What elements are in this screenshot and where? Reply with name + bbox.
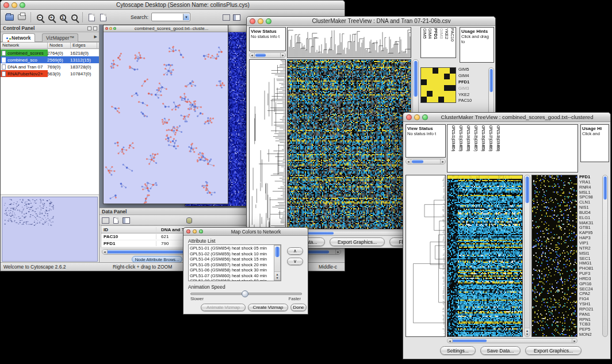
view-status-scrollbar[interactable]: ◄ ► xyxy=(406,159,446,164)
row-label[interactable]: GIM4 xyxy=(458,74,483,78)
scroll-down-icon[interactable]: ▼ xyxy=(526,332,529,336)
scroll-left-icon[interactable]: ◄ xyxy=(250,53,255,58)
row-label[interactable]: PFD1 xyxy=(458,80,483,85)
gene-label[interactable]: HRD3 xyxy=(579,277,601,281)
gene-label[interactable]: HAP3 xyxy=(579,236,601,240)
close-panel-icon[interactable] xyxy=(93,26,97,30)
gene-label[interactable]: ELG1 xyxy=(579,216,601,220)
scroll-down-icon[interactable]: ▼ xyxy=(276,276,279,279)
column-label[interactable]: GPL51-07 (GSM860) xyxy=(485,125,493,171)
scrollbar-thumb[interactable] xyxy=(525,177,529,203)
gene-label[interactable]: MSI1 xyxy=(579,251,601,256)
column-nodes[interactable]: Nodes xyxy=(48,43,71,48)
column-label[interactable]: GPL51-02 (GSM855) xyxy=(456,125,463,171)
gene-label[interactable]: PEP5 xyxy=(579,327,601,332)
gene-label[interactable]: MSL1 xyxy=(579,190,601,195)
gene-label[interactable]: VIP1 xyxy=(579,241,601,246)
network-row[interactable]: RNAPuberNov2+ 563(0) 107847(0) xyxy=(1,70,99,77)
scrollbar-thumb[interactable] xyxy=(255,53,266,57)
gene-label[interactable]: SEC1 xyxy=(579,256,601,261)
close-button[interactable] xyxy=(105,27,108,30)
tv2-heatmap-canvas[interactable] xyxy=(447,175,522,336)
heatmap-hscrollbar[interactable]: ◄ ► xyxy=(447,338,577,343)
gene-label[interactable]: MON2 xyxy=(579,332,601,337)
gene-label[interactable]: KAP95 xyxy=(579,231,601,235)
gene-label[interactable]: GTB1 xyxy=(579,225,601,230)
zoom-out-icon[interactable]: − xyxy=(34,12,45,23)
zoom-in-icon[interactable]: + xyxy=(45,12,57,23)
gene-label[interactable]: RPN1 xyxy=(579,317,601,322)
tv2-row-dendrogram-canvas[interactable] xyxy=(406,175,445,336)
minimize-button[interactable] xyxy=(258,18,263,24)
scrollbar-thumb[interactable] xyxy=(414,61,418,97)
window-controls[interactable] xyxy=(3,2,25,8)
float-panel-icon[interactable] xyxy=(87,26,91,30)
gene-label[interactable]: TCB3 xyxy=(579,322,601,327)
gene-label[interactable]: RPO21 xyxy=(579,307,601,312)
chevron-down-icon[interactable]: ▾ xyxy=(183,14,189,20)
scroll-left-icon[interactable]: ◄ xyxy=(447,339,453,343)
attribute-item[interactable]: GPL51-08 (GSM868) heat shock 60 min xyxy=(190,278,273,281)
zoom-button[interactable] xyxy=(113,27,116,30)
search-input[interactable]: ▾ xyxy=(151,13,190,21)
attribute-db-icon[interactable] xyxy=(185,216,194,224)
row-dendrogram[interactable] xyxy=(406,175,446,337)
column-label[interactable]: GPL51-06 (GSM858) xyxy=(478,125,485,171)
column-label[interactable]: GPL51-08 (GSM868) xyxy=(493,125,500,171)
heatmap-vscrollbar[interactable]: ▲▼ xyxy=(524,175,530,337)
column-label[interactable]: PAC10 xyxy=(449,28,455,57)
list-vscrollbar[interactable]: ▲▼ xyxy=(274,245,281,281)
gene-label[interactable]: BUD4 xyxy=(579,210,601,215)
network-view-titlebar[interactable]: combined_scores_good.txt--cluste... xyxy=(104,25,228,32)
zoom-button[interactable] xyxy=(20,2,25,8)
network-row[interactable]: combined_sco 2569(6) 13112(15) xyxy=(1,56,99,63)
export-graphics-button[interactable]: Export Graphics... xyxy=(330,237,385,246)
zoom-fit-icon[interactable]: ▫ xyxy=(68,12,80,23)
column-label[interactable]: GPL51-04 (GSM856) xyxy=(463,125,471,171)
network-row[interactable]: combined_scores 2764(0) 16218(0) xyxy=(1,49,99,56)
row-label[interactable]: GIM3 xyxy=(458,86,483,91)
column-label[interactable]: GPL51-01 (GSM854) xyxy=(448,125,456,171)
minimize-button[interactable] xyxy=(414,114,420,120)
tab-overflow-icon[interactable]: ▶ xyxy=(94,35,97,39)
open-folder-icon[interactable] xyxy=(3,12,15,23)
zoom-button[interactable] xyxy=(422,114,428,120)
scrollbar-thumb[interactable] xyxy=(489,69,493,92)
animate-vizmap-button[interactable]: Animate Vizmap xyxy=(201,304,246,311)
heatmap-view[interactable] xyxy=(287,59,411,229)
export-doc-icon[interactable] xyxy=(97,12,109,23)
network-canvas[interactable] xyxy=(104,32,228,204)
treeview-combined-titlebar[interactable]: ClusterMaker TreeView : combined_scores_… xyxy=(403,113,610,122)
row-label[interactable]: YKE2 xyxy=(458,93,483,97)
create-attribute-icon[interactable] xyxy=(111,216,120,224)
gene-label[interactable]: YSH1 xyxy=(579,302,601,306)
attribute-listbox[interactable]: GPL51-01 (GSM854) heat shock 05 minGPL51… xyxy=(188,244,281,281)
column-network[interactable]: Network xyxy=(1,43,48,48)
scroll-right-icon[interactable]: ► xyxy=(335,250,341,254)
gene-label[interactable]: NTR2 xyxy=(579,246,601,251)
tab-network[interactable]: Network xyxy=(2,33,35,42)
gene-label[interactable]: GPI16 xyxy=(579,282,601,286)
gene-label[interactable]: YRA1 xyxy=(579,180,601,185)
move-down-button[interactable]: ∨ xyxy=(287,258,303,265)
import-table-icon[interactable] xyxy=(86,12,97,23)
gene-label[interactable]: PAN1 xyxy=(579,312,601,317)
gene-label[interactable]: PFD1 xyxy=(579,175,601,179)
view-status-scrollbar[interactable]: ◄ ► xyxy=(249,52,286,58)
save-data-button[interactable]: Save Data... xyxy=(480,346,521,355)
row-dendrogram[interactable] xyxy=(249,59,286,229)
attribute-item[interactable]: GPL51-06 (GSM858) heat shock 30 min xyxy=(190,267,273,273)
gene-label[interactable]: SEC24 xyxy=(579,287,601,292)
attribute-item[interactable]: GPL51-04 (GSM856) heat shock 15 min xyxy=(190,256,273,262)
tv1-col-dendrogram-canvas[interactable] xyxy=(288,28,411,58)
tab-vizmapper[interactable]: VizMapper™ xyxy=(42,33,78,42)
network-row[interactable]: DNA and Tran 07 769(0) 183728(0) xyxy=(1,63,99,70)
minimize-button[interactable] xyxy=(12,2,17,8)
scrollbar-thumb[interactable] xyxy=(275,247,280,257)
export-graphics-button[interactable]: Export Graphics... xyxy=(525,346,582,355)
print-icon[interactable] xyxy=(16,12,28,23)
gene-label[interactable]: CLN1 xyxy=(579,200,601,205)
minimize-button[interactable] xyxy=(193,229,197,233)
gene-label[interactable]: PHO81 xyxy=(579,266,601,271)
row-label[interactable]: PAC10 xyxy=(458,98,483,103)
